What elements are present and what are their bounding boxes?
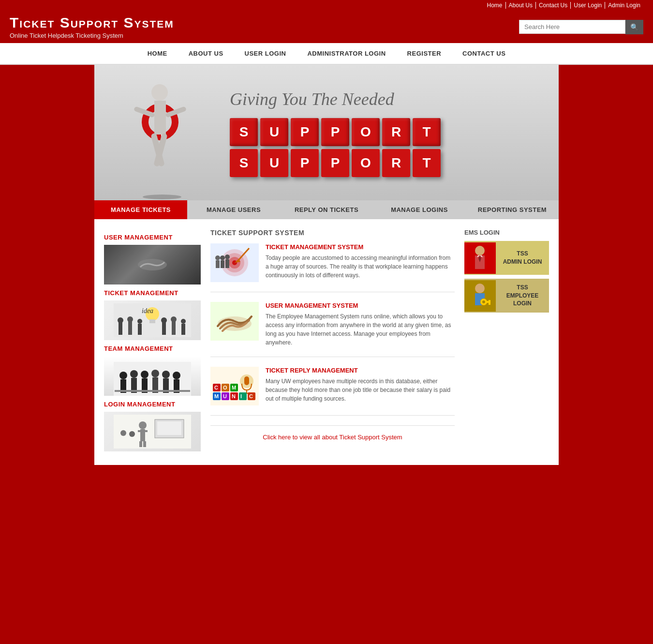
svg-point-40 [129,431,135,437]
topbar-home[interactable]: Home [484,2,506,9]
article-3-icon: C O M M U N [210,367,259,405]
sidebar-ticket-mgmt-title: TICKET MANAGEMENT [104,289,201,297]
left-sidebar: USER MANAGEMENT TICKET MANAGEMENT [104,229,201,455]
cube-s1: S [230,118,258,146]
tab-reply-tickets[interactable]: REPLY ON TICKETS [280,200,373,219]
svg-text:O: O [223,385,227,390]
idea-icon: idea [114,303,191,337]
figure-body [154,101,166,135]
admin-person-icon [469,245,491,271]
tab-manage-tickets[interactable]: MANAGE TICKETS [94,200,187,219]
header: Ticket Support System Online Ticket Help… [0,11,653,43]
svg-point-9 [137,319,142,324]
svg-point-85 [482,300,485,303]
svg-point-13 [171,316,177,322]
cube-p3: P [291,149,319,177]
nav-user-login[interactable]: USER LOGIN [234,43,297,64]
site-title: Ticket Support System [10,15,174,31]
topbar-admin-login[interactable]: Admin Login [605,2,643,9]
svg-point-46 [220,255,225,260]
svg-point-34 [139,421,147,429]
svg-text:C: C [249,393,253,399]
nav-home[interactable]: HOME [137,43,178,64]
svg-point-5 [118,317,123,323]
svg-rect-37 [139,441,142,447]
figure-head [151,84,168,101]
svg-point-15 [181,319,186,324]
nav-about[interactable]: ABOUT US [178,43,234,64]
svg-rect-36 [138,430,148,432]
cube-p2: P [321,118,349,146]
svg-rect-70 [244,376,249,385]
sidebar-user-mgmt-img [104,245,201,285]
article-row-3: C O M M U N [210,367,455,416]
svg-text:I: I [240,393,242,399]
sub-nav: MANAGE TICKETS MANAGE USERS REPLY ON TIC… [94,200,559,219]
svg-rect-10 [162,323,166,335]
svg-point-50 [225,255,230,259]
content-area: USER MANAGEMENT TICKET MANAGEMENT [94,219,559,465]
ems-title: EMS Login [464,229,549,236]
nav-admin-login[interactable]: ADMINISTRATOR LOGIN [297,43,396,64]
cube-u1: U [260,118,288,146]
svg-rect-38 [143,441,146,447]
article-3-title: TICKET REPLY MANAGEMENT [266,367,455,374]
sidebar-login-mgmt-title: LOGIN MANAGEMENT [104,401,201,408]
svg-point-20 [130,370,138,378]
topbar-about[interactable]: About Us [506,2,536,9]
right-sidebar: EMS Login [464,229,549,455]
tss-admin-login-btn[interactable]: TSSADMIN LOGIN [464,241,549,275]
figure-shadow [143,195,181,199]
article-2-title: USER MANAGEMENT SYSTEM [266,302,455,309]
article-row-1: TICKET MANAGEMENT SYSTEM Today people ar… [210,243,455,292]
search-icon: 🔍 [630,23,638,31]
svg-point-11 [161,317,167,323]
banner-cubes-row2: S U P P O R T [230,149,549,177]
article-2-icon [210,302,259,341]
topbar-user-login[interactable]: User Login [571,2,605,9]
banner-figure [123,79,196,200]
svg-rect-51 [225,259,229,268]
tab-manage-users[interactable]: MANAGE USERS [187,200,280,219]
article-2-body: The Employee Management System runs onli… [266,312,455,347]
svg-text:M: M [232,385,236,390]
article-3-body: Many UW employees have multiple records … [266,377,455,403]
svg-rect-8 [138,324,142,335]
cube-r1: R [382,118,410,146]
sidebar-user-mgmt-title: USER MANAGEMENT [104,234,201,241]
article-img-2 [210,302,259,341]
search-button[interactable]: 🔍 [625,20,643,34]
article-text-1: TICKET MANAGEMENT SYSTEM Today people ar… [266,243,455,282]
middle-section-title: TICKET SUPPORT SYSTEM [210,229,455,237]
site-branding: Ticket Support System Online Ticket Help… [10,15,174,39]
sidebar-team-mgmt-title: TEAM MANAGEMENT [104,345,201,352]
topbar-contact[interactable]: Contact Us [536,2,571,9]
login-icon [114,415,191,449]
hands-icon [135,255,169,274]
nav-register[interactable]: REGISTER [397,43,452,64]
cube-r2: R [382,149,410,177]
svg-point-28 [173,372,180,379]
main-nav: HOME ABOUT US USER LOGIN ADMINISTRATOR L… [0,43,653,65]
team-icon [114,362,191,396]
svg-rect-3 [149,319,155,323]
svg-rect-12 [172,322,176,335]
svg-point-22 [141,371,148,378]
tab-manage-logins[interactable]: MANAGE LOGINS [373,200,466,219]
article-1-title: TICKET MANAGEMENT SYSTEM [266,243,455,251]
nav-contact[interactable]: CONTACT US [452,43,516,64]
article-text-2: USER MANAGEMENT SYSTEM The Employee Mana… [266,302,455,347]
tab-reporting[interactable]: REPORTING SYSTEM [466,200,559,219]
cube-t2: T [413,149,441,177]
svg-text:N: N [232,393,236,399]
site-subtitle: Online Ticket Helpdesk Ticketing System [10,32,174,39]
banner: Giving You The Needed S U P P O R T S U … [94,65,559,200]
search-input[interactable] [519,20,625,34]
tss-employee-login-btn[interactable]: TSSEMPLOYEELOGIN [464,279,549,313]
admin-login-icon-box [464,242,496,274]
content-wrapper: USER MANAGEMENT TICKET MANAGEMENT [94,219,559,465]
article-1-icon [210,243,259,282]
view-all-link[interactable]: Click here to view all about Ticket Supp… [263,434,402,441]
svg-rect-14 [181,324,185,335]
svg-point-26 [162,371,170,378]
